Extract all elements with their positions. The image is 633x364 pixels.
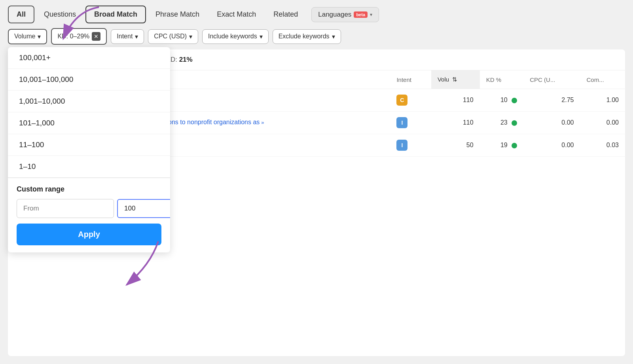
cpc-cell: 0.00 xyxy=(523,134,580,157)
tab-related[interactable]: Related xyxy=(265,6,306,23)
tab-questions[interactable]: Questions xyxy=(36,6,84,23)
avg-kd-value: 21% xyxy=(179,56,193,63)
intent-label: Intent xyxy=(117,33,133,40)
tab-broad-match[interactable]: Broad Match xyxy=(85,6,146,23)
volume-label: Volume xyxy=(14,33,35,40)
exclude-chevron-icon: ▾ xyxy=(332,33,335,40)
comp-cell: 0.00 xyxy=(580,112,625,134)
languages-label: Languages xyxy=(318,11,351,19)
col-header-intent: Intent xyxy=(390,70,431,89)
beta-badge: beta xyxy=(354,11,368,18)
cpc-label: CPC (USD) xyxy=(154,33,187,40)
volume-option-1-10[interactable]: 1–10 xyxy=(8,156,170,178)
volume-option-1001-10000[interactable]: 1,001–10,000 xyxy=(8,91,170,112)
cpc-filter-btn[interactable]: CPC (USD) ▾ xyxy=(148,29,198,44)
kd-cell: 19 xyxy=(480,134,524,157)
comp-cell: 0.03 xyxy=(580,134,625,157)
col-header-cpc: CPC (U... xyxy=(523,70,580,89)
tab-all[interactable]: All xyxy=(8,6,34,23)
intent-filter-btn[interactable]: Intent ▾ xyxy=(111,29,144,44)
tabs-bar: All Questions Broad Match Phrase Match E… xyxy=(0,0,633,23)
apply-button[interactable]: Apply xyxy=(17,224,161,245)
include-keywords-label: Include keywords xyxy=(208,33,257,40)
intent-cell: I xyxy=(390,112,431,134)
col-header-volume[interactable]: Volu ⇅ xyxy=(431,70,480,89)
tab-phrase-match[interactable]: Phrase Match xyxy=(148,6,207,23)
intent-badge: I xyxy=(396,140,407,151)
volume-option-101-1000[interactable]: 101–1,000 xyxy=(8,112,170,134)
volume-chevron-icon: ▾ xyxy=(38,33,41,40)
kd-close-icon[interactable]: ✕ xyxy=(92,32,100,41)
cpc-chevron-icon: ▾ xyxy=(189,33,192,40)
kd-cell: 23 xyxy=(480,112,524,134)
kd-filter-btn[interactable]: KD: 0–29% ✕ xyxy=(51,28,107,45)
kd-cell: 10 xyxy=(480,89,524,112)
volume-cell: 110 xyxy=(431,112,480,134)
intent-badge: C xyxy=(396,95,407,106)
col-header-kd: KD % xyxy=(480,70,524,89)
volume-cell: 110 xyxy=(431,89,480,112)
languages-dropdown[interactable]: Languages beta ▾ xyxy=(311,7,379,22)
sort-icon[interactable]: ⇅ xyxy=(452,76,457,83)
kd-dot-icon xyxy=(512,120,517,126)
custom-range-title: Custom range xyxy=(17,185,161,193)
custom-range-section: Custom range Apply xyxy=(8,178,170,252)
vol-label: Volu xyxy=(438,76,449,83)
exclude-keywords-label: Exclude keywords xyxy=(279,33,330,40)
include-chevron-icon: ▾ xyxy=(260,33,263,40)
tab-exact-match[interactable]: Exact Match xyxy=(209,6,264,23)
intent-cell: I xyxy=(390,134,431,157)
chevron-down-icon: ▾ xyxy=(370,12,372,17)
filter-bar: Volume ▾ KD: 0–29% ✕ Intent ▾ CPC (USD) … xyxy=(0,23,633,49)
col-header-comp: Com... xyxy=(580,70,625,89)
kd-label: KD: 0–29% xyxy=(57,33,89,40)
custom-range-inputs xyxy=(17,199,161,218)
volume-option-10001-100000[interactable]: 10,001–100,000 xyxy=(8,69,170,91)
intent-chevron-icon: ▾ xyxy=(135,33,138,40)
volume-option-11-100[interactable]: 11–100 xyxy=(8,134,170,156)
cpc-cell: 2.75 xyxy=(523,89,580,112)
include-keywords-filter-btn[interactable]: Include keywords ▾ xyxy=(202,29,269,44)
intent-cell: C xyxy=(390,89,431,112)
volume-dropdown-panel: 100,001+ 10,001–100,000 1,001–10,000 101… xyxy=(8,47,170,252)
kd-dot-icon xyxy=(512,143,517,148)
exclude-keywords-filter-btn[interactable]: Exclude keywords ▾ xyxy=(273,29,341,44)
keyword-chevrons-icon: » xyxy=(261,119,264,125)
volume-filter-btn[interactable]: Volume ▾ xyxy=(8,29,47,44)
intent-badge: I xyxy=(396,117,407,128)
comp-cell: 1.00 xyxy=(580,89,625,112)
range-to-input[interactable] xyxy=(117,199,170,218)
kd-dot-icon xyxy=(512,98,517,103)
volume-option-100001plus[interactable]: 100,001+ xyxy=(8,47,170,69)
volume-cell: 50 xyxy=(431,134,480,157)
range-from-input[interactable] xyxy=(17,199,114,218)
cpc-cell: 0.00 xyxy=(523,112,580,134)
